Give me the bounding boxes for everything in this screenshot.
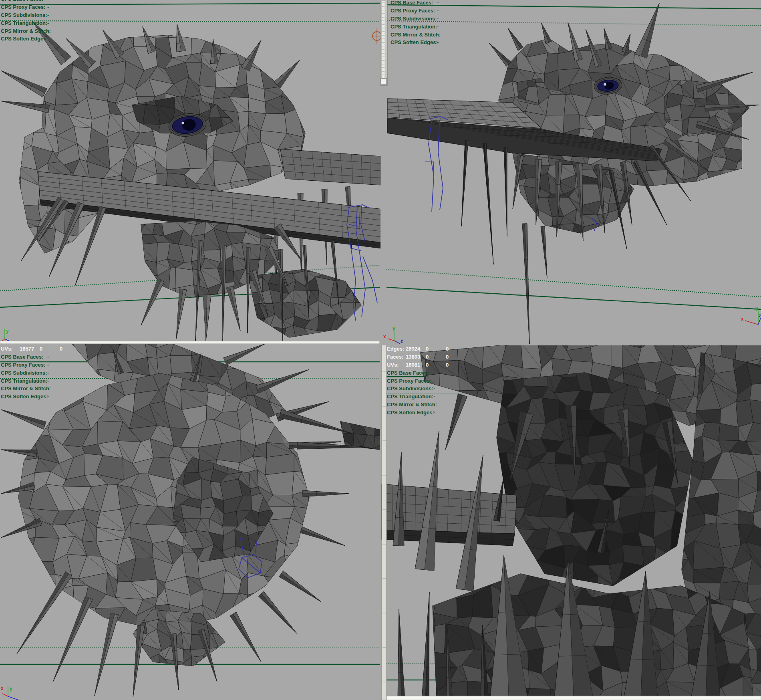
axis-label-z: z (759, 313, 761, 319)
hud-row: CPS Triangulation: - (1, 377, 169, 385)
hud-row: UVs: 16081 0 0 (387, 361, 555, 369)
hud-row: CPS Base Faces: - (1, 0, 169, 3)
hud-row: CPS Base Faces: - (1, 353, 169, 361)
viewport-top-left-perspective[interactable]: y CPS Base Faces: - CPS Proxy Faces: - (0, 0, 380, 341)
window-bottom-border (387, 696, 761, 700)
viewport-top-right-perspective[interactable]: yxzyxz CPS Base Faces: - CPS Proxy Faces… (380, 0, 761, 345)
hud-row: CPS Triangulation: - (387, 393, 555, 401)
hud-row: CPS Subdivisions: - (391, 15, 559, 23)
maya-viewport-composite: y CPS Base Faces: - CPS Proxy Faces: - (0, 0, 761, 700)
hud-row: CPS Soften Edges: - (387, 409, 555, 417)
hud-top-left: CPS Base Faces: - CPS Proxy Faces: - CPS… (1, 0, 169, 43)
hud-row: CPS Subdivisions: - (1, 11, 169, 19)
hud-row: CPS Subdivisions: - (387, 385, 555, 393)
hud-row: UVs: 16577 0 0 (1, 345, 169, 353)
axis-label-y: y (393, 326, 395, 331)
window-scrollbar[interactable] (380, 0, 387, 85)
hud-row: CPS Mirror & Stitch: - (1, 27, 169, 35)
axis-label-x: x (741, 316, 744, 322)
hud-row: CPS Subdivisions: - (1, 369, 169, 377)
hud-row: CPS Mirror & Stitch: - (387, 401, 555, 409)
hud-row: CPS Base Faces: - (391, 0, 559, 7)
viewport-bottom-left-top-view[interactable]: yx UVs: 16577 0 0 CPS Base Faces: - (0, 341, 380, 700)
scrollbar-thumb[interactable] (381, 79, 387, 85)
hud-row: CPS Triangulation: - (1, 19, 169, 27)
window-top-border (0, 341, 380, 344)
hud-row: CPS Proxy Faces: - (1, 361, 169, 369)
hud-bottom-right: Edges: 26924 0 0 Faces: 13803 0 0 UVs: 1… (387, 345, 555, 417)
hud-row: CPS Proxy Faces: - (387, 377, 555, 385)
hud-row: CPS Base Faces: - (387, 369, 555, 377)
axis-label-z: z (401, 339, 403, 344)
hud-row: CPS Proxy Faces: - (1, 3, 169, 11)
hud-row: CPS Proxy Faces: - (391, 7, 559, 15)
axis-label-x: x (383, 334, 386, 339)
hud-bottom-left: UVs: 16577 0 0 CPS Base Faces: - CPS Pro… (1, 345, 169, 401)
hud-row: Edges: 26924 0 0 (387, 345, 555, 353)
hud-row: CPS Mirror & Stitch: - (391, 31, 559, 39)
hud-row: CPS Mirror & Stitch: - (1, 385, 169, 393)
hud-row: CPS Soften Edges: - (391, 38, 559, 46)
viewport-bottom-right-mouth-closeup[interactable]: Edges: 26924 0 0 Faces: 13803 0 0 UVs: 1… (380, 345, 761, 700)
axis-label-x: x (1, 686, 4, 691)
window-left-border (382, 345, 387, 700)
viewport-scene-top-left: y (0, 0, 380, 341)
axis-label-y: y (755, 306, 758, 311)
hud-row: Faces: 13803 0 0 (387, 353, 555, 361)
hud-row: CPS Triangulation: - (391, 23, 559, 31)
hud-row: CPS Soften Edges: - (1, 35, 169, 43)
viewport-scene-top-right: yxzyxz (380, 0, 761, 345)
hud-row: CPS Soften Edges: - (1, 393, 169, 401)
axis-label-y: y (10, 686, 12, 692)
axis-label-y: y (6, 328, 9, 334)
hud-top-right: CPS Base Faces: - CPS Proxy Faces: - CPS… (391, 0, 559, 46)
